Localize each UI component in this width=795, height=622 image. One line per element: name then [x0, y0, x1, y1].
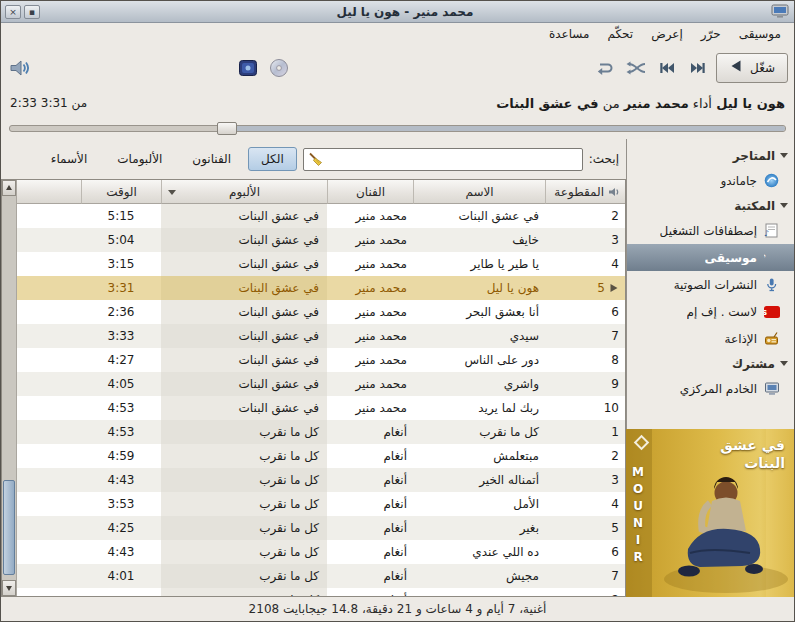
- filter-button[interactable]: الألبومات: [104, 147, 175, 171]
- cell-track: 4: [545, 252, 625, 276]
- seek-slider[interactable]: [1, 117, 794, 139]
- column-header-label: الألبوم: [229, 185, 260, 199]
- scrollbar-trough[interactable]: [2, 196, 16, 580]
- table-row[interactable]: 6ده اللي عنديأنغامكل ما نقرب4:43: [17, 540, 625, 564]
- svg-text:♪: ♪: [764, 229, 769, 238]
- column-header-name[interactable]: الاسم: [413, 180, 545, 204]
- titlebar[interactable]: × ▪ محمد منير - هون يا ليل: [1, 1, 794, 23]
- menu-item[interactable]: إعرض: [642, 23, 692, 46]
- filter-button[interactable]: الأسماء: [38, 147, 100, 171]
- table-row[interactable]: 8دور على الناسمحمد منيرفي عشق البنات4:27: [17, 348, 625, 372]
- table-row[interactable]: 2مبتعلمشأنغامكل ما نقرب4:59: [17, 444, 625, 468]
- next-button[interactable]: [654, 55, 680, 81]
- sidebar-item[interactable]: الإذاعة: [627, 325, 794, 352]
- cell-name: بغير: [413, 516, 545, 540]
- sidebar-item-label: إصطفافات التشغيل: [660, 224, 757, 238]
- volume-button[interactable]: [7, 55, 33, 81]
- table-row[interactable]: 7مجيشأنغامكل ما نقرب4:01: [17, 564, 625, 588]
- seek-trough[interactable]: [9, 125, 786, 132]
- menu-item[interactable]: تحكّم: [598, 23, 642, 46]
- cell-filler: [17, 348, 81, 372]
- skip-next-icon: [658, 59, 676, 77]
- sidebar-item[interactable]: ♪إصطفافات التشغيل: [627, 217, 794, 244]
- table-row[interactable]: 1كل ما نقربأنغامكل ما نقرب4:53: [17, 420, 625, 444]
- table-row[interactable]: 5هون يا ليلمحمد منيرفي عشق البنات3:31: [17, 276, 625, 300]
- table-row[interactable]: 10ربك لما يريدمحمد منيرفي عشق البنات4:53: [17, 396, 625, 420]
- scroll-down-button[interactable]: [2, 580, 16, 596]
- cell-time: 3:31: [81, 276, 161, 300]
- sidebar-item[interactable]: الخادم المركزي: [627, 375, 794, 402]
- sidebar-item[interactable]: asلاست . إف إم: [627, 298, 794, 325]
- sidebar-item[interactable]: ♪موسيقى: [627, 244, 794, 271]
- cell-track: 3: [545, 228, 625, 252]
- expander-icon: [780, 361, 788, 370]
- server-icon: [763, 381, 780, 397]
- scroll-up-button[interactable]: [2, 180, 16, 196]
- sidebar-section-header[interactable]: المكتبة: [627, 194, 794, 217]
- table-row[interactable]: 9واشريمحمد منيرفي عشق البنات4:05: [17, 372, 625, 396]
- table-row[interactable]: 8أنغامكل ما نقرب: [17, 588, 625, 596]
- column-header-track[interactable]: المقطوعة: [545, 180, 625, 204]
- visualization-button[interactable]: [235, 55, 261, 81]
- sort-descending-icon: [168, 190, 176, 199]
- seek-handle[interactable]: [217, 122, 237, 135]
- cell-artist: محمد منير: [327, 300, 413, 324]
- repeat-button[interactable]: [592, 55, 618, 81]
- visualization-icon: [238, 58, 258, 78]
- sidebar-section-label: مشترك: [732, 357, 775, 371]
- vertical-scrollbar[interactable]: [2, 180, 17, 596]
- table-row[interactable]: 5بغيرأنغامكل ما نقرب4:25: [17, 516, 625, 540]
- cell-album: كل ما نقرب: [161, 468, 327, 492]
- svg-text:♪: ♪: [764, 251, 766, 266]
- sidebar-item-label: موسيقى: [705, 251, 757, 265]
- search-entry[interactable]: [303, 148, 583, 171]
- cell-album: في عشق البنات: [161, 204, 327, 228]
- sidebar-section-label: المكتبة: [734, 199, 775, 213]
- table-row[interactable]: 4الأملأنغامكل ما نقرب3:53: [17, 492, 625, 516]
- cell-album: كل ما نقرب: [161, 492, 327, 516]
- scrollbar-thumb[interactable]: [3, 480, 15, 575]
- table-row[interactable]: 4يا طير يا طايرمحمد منيرفي عشق البنات3:1…: [17, 252, 625, 276]
- filter-button[interactable]: الكل: [248, 147, 297, 171]
- clear-search-icon[interactable]: [308, 152, 323, 167]
- menu-item[interactable]: موسيقى: [730, 23, 790, 46]
- table-row[interactable]: 6أنا بعشق البحرمحمد منيرفي عشق البنات2:3…: [17, 300, 625, 324]
- cell-track: 8: [545, 588, 625, 596]
- cell-time: 4:01: [81, 564, 161, 588]
- app-icon[interactable]: [770, 4, 790, 20]
- cell-name: في عشق البنات: [413, 204, 545, 228]
- sidebar-item-label: الخادم المركزي: [680, 382, 757, 396]
- menu-item[interactable]: حرّر: [692, 23, 730, 46]
- cell-time: 4:27: [81, 348, 161, 372]
- play-button[interactable]: شغّل: [716, 53, 788, 83]
- cell-track: 10: [545, 396, 625, 420]
- column-header-time[interactable]: الوقت: [81, 180, 161, 204]
- search-input[interactable]: [326, 150, 578, 169]
- table-row[interactable]: 2في عشق البناتمحمد منيرفي عشق البنات5:15: [17, 204, 625, 228]
- column-header-artist[interactable]: الفنان: [327, 180, 413, 204]
- close-button[interactable]: ×: [5, 5, 21, 19]
- shade-button[interactable]: ▪: [24, 5, 40, 19]
- cell-track: 7: [545, 324, 625, 348]
- filter-button[interactable]: الفنانون: [179, 147, 244, 171]
- disc-button[interactable]: [266, 55, 292, 81]
- table-row[interactable]: 3أتمناله الخيرأنغامكل ما نقرب4:43: [17, 468, 625, 492]
- sidebar-item[interactable]: جاماندو: [627, 167, 794, 194]
- close-icon: ×: [9, 7, 17, 17]
- cell-artist: أنغام: [327, 540, 413, 564]
- menu-item[interactable]: مساعدة: [540, 23, 599, 46]
- cell-name: [413, 588, 545, 596]
- previous-button[interactable]: [685, 55, 711, 81]
- column-header-album[interactable]: الألبوم: [161, 180, 327, 204]
- radio-icon: [763, 331, 780, 347]
- cell-filler: [17, 492, 81, 516]
- table-row[interactable]: 7سيديمحمد منيرفي عشق البنات3:33: [17, 324, 625, 348]
- sidebar-item[interactable]: النشرات الصوتية: [627, 271, 794, 298]
- cell-track: 7: [545, 564, 625, 588]
- sidebar-section-header[interactable]: مشترك: [627, 352, 794, 375]
- shuffle-button[interactable]: [623, 55, 649, 81]
- cell-name: هون يا ليل: [413, 276, 545, 300]
- table-row[interactable]: 3خايفمحمد منيرفي عشق البنات5:04: [17, 228, 625, 252]
- sidebar-section-header[interactable]: المتاجر: [627, 144, 794, 167]
- album-art: في عشق البنات MOUNIR: [626, 429, 794, 597]
